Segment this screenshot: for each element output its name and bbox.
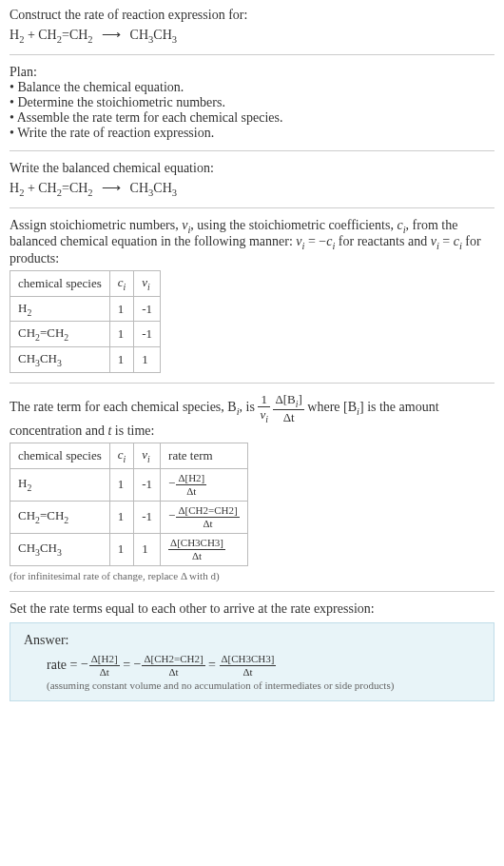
fraction: Δ[CH3CH3]Δt [220,654,277,678]
question-title: Construct the rate of reaction expressio… [10,8,494,23]
cell-nui: -1 [134,322,161,347]
col-ci: ci [109,271,134,297]
cell-species: CH3CH3 [10,533,110,565]
plan-item: Write the rate of reaction expression. [10,126,494,141]
col-species: chemical species [10,443,110,468]
stoich-intro: Assign stoichiometric numbers, νi, using… [10,218,494,267]
plan-list: Balance the chemical equation. Determine… [10,80,494,141]
arrow-icon: ⟶ [102,28,121,42]
cell-species: H2 [10,296,110,322]
col-species: chemical species [10,271,110,297]
final-section: Set the rate terms equal to each other t… [10,601,494,701]
cell-nui: -1 [134,296,161,322]
plan-section: Plan: Balance the chemical equation. Det… [10,65,494,141]
fraction: Δ[CH2=CH2]Δt [142,654,204,678]
rateterm-intro: The rate term for each chemical species,… [10,393,494,439]
cell-species: CH3CH3 [10,346,110,372]
table-row: CH2=CH2 1 -1 [10,322,161,347]
divider [10,383,494,384]
balanced-equation: H2 + CH2=CH2 ⟶ CH3CH3 [10,180,494,198]
cell-ci: 1 [109,501,134,533]
stoich-section: Assign stoichiometric numbers, νi, using… [10,218,494,373]
cell-ci: 1 [109,322,134,347]
table-row: CH2=CH2 1 -1 −Δ[CH2=CH2]Δt [10,501,248,533]
answer-expression: rate = −Δ[H2]Δt = −Δ[CH2=CH2]Δt = Δ[CH3C… [24,654,480,678]
species-h2: H2 [10,181,24,195]
cell-nui: -1 [134,468,161,501]
col-rateterm: rate term [161,443,248,468]
species-ethylene: CH2=CH2 [38,181,92,195]
col-ci: ci [109,443,134,468]
cell-rateterm: −Δ[CH2=CH2]Δt [161,501,248,533]
final-title: Set the rate terms equal to each other t… [10,601,494,617]
answer-label: Answer: [24,633,480,648]
table-header-row: chemical species ci νi [10,271,161,297]
rateterm-note: (for infinitesimal rate of change, repla… [10,570,494,581]
fraction: Δ[Bi]Δt [273,393,303,423]
fraction: Δ[CH3CH3]Δt [168,538,225,561]
plus-sign: + [24,181,38,195]
divider [10,207,494,208]
rateterm-section: The rate term for each chemical species,… [10,393,494,581]
table-row: H2 1 -1 −Δ[H2]Δt [10,468,248,501]
species-ethane: CH3CH3 [130,28,177,42]
divider [10,54,494,55]
table-row: CH3CH3 1 1 [10,346,161,372]
table-row: CH3CH3 1 1 Δ[CH3CH3]Δt [10,533,248,565]
cell-species: CH2=CH2 [10,322,110,347]
cell-ci: 1 [109,346,134,372]
plus-sign: + [24,28,38,42]
cell-nui: -1 [134,501,161,533]
question-header: Construct the rate of reaction expressio… [10,8,494,45]
cell-rateterm: −Δ[H2]Δt [161,468,248,501]
divider [10,591,494,592]
cell-ci: 1 [109,468,134,501]
answer-note: (assuming constant volume and no accumul… [24,679,480,691]
species-ethane: CH3CH3 [130,181,177,195]
fraction: Δ[H2]Δt [89,654,120,678]
rateterm-table: chemical species ci νi rate term H2 1 -1… [10,443,248,566]
col-nui: νi [134,443,161,468]
arrow-icon: ⟶ [102,181,121,195]
cell-ci: 1 [109,296,134,322]
cell-nui: 1 [134,346,161,372]
species-ethylene: CH2=CH2 [38,28,92,42]
cell-species: H2 [10,468,110,501]
fraction: Δ[H2]Δt [176,473,206,497]
balanced-title: Write the balanced chemical equation: [10,161,494,176]
cell-ci: 1 [109,533,134,565]
cell-nui: 1 [134,533,161,565]
answer-box: Answer: rate = −Δ[H2]Δt = −Δ[CH2=CH2]Δt … [10,622,494,701]
species-h2: H2 [10,28,24,42]
cell-species: CH2=CH2 [10,501,110,533]
plan-item: Assemble the rate term for each chemical… [10,110,494,126]
fraction: 1νi [258,393,270,423]
fraction: Δ[CH2=CH2]Δt [176,505,239,529]
plan-item: Balance the chemical equation. [10,80,494,95]
col-nui: νi [134,271,161,297]
table-header-row: chemical species ci νi rate term [10,443,248,468]
table-row: H2 1 -1 [10,296,161,322]
cell-rateterm: Δ[CH3CH3]Δt [161,533,248,565]
plan-title: Plan: [10,65,494,80]
divider [10,150,494,151]
plan-item: Determine the stoichiometric numbers. [10,95,494,110]
balanced-section: Write the balanced chemical equation: H2… [10,161,494,198]
stoich-table: chemical species ci νi H2 1 -1 CH2=CH2 1… [10,270,161,372]
question-equation: H2 + CH2=CH2 ⟶ CH3CH3 [10,27,494,45]
